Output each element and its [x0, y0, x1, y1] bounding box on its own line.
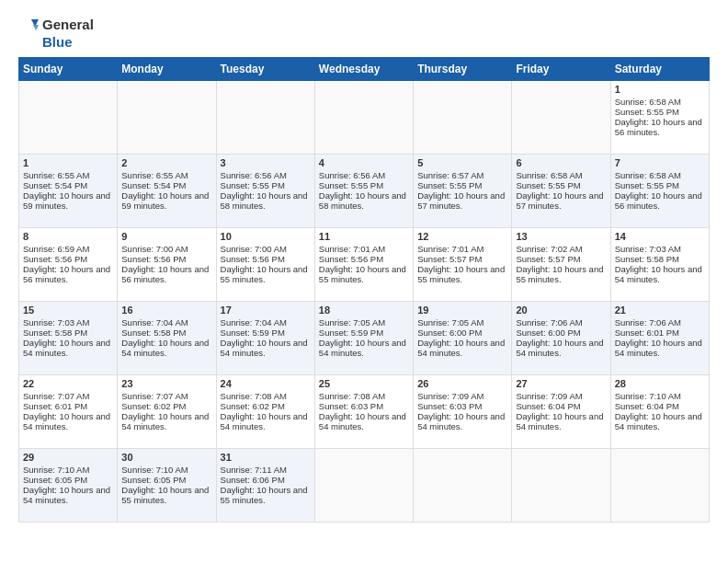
sunset: Sunset: 5:54 PM — [121, 180, 186, 190]
day-number: 19 — [417, 304, 507, 316]
day-number: 12 — [417, 231, 507, 242]
sunset: Sunset: 6:00 PM — [417, 327, 482, 338]
day-number: 4 — [319, 157, 409, 168]
sunset: Sunset: 6:03 PM — [417, 401, 482, 411]
calendar-cell: 18Sunrise: 7:05 AMSunset: 5:59 PMDayligh… — [314, 301, 413, 374]
week-row-3: 15Sunrise: 7:03 AMSunset: 5:58 PMDayligh… — [19, 301, 710, 374]
day-number: 24 — [221, 378, 311, 389]
calendar-cell: 11Sunrise: 7:01 AMSunset: 5:56 PMDayligh… — [314, 227, 413, 301]
calendar-cell: 30Sunrise: 7:10 AMSunset: 6:05 PMDayligh… — [118, 448, 216, 522]
day-number: 29 — [23, 452, 113, 463]
calendar-cell: 29Sunrise: 7:10 AMSunset: 6:05 PMDayligh… — [19, 448, 118, 522]
daylight: Daylight: 10 hours and 55 minutes. — [516, 264, 603, 284]
week-row-4: 22Sunrise: 7:07 AMSunset: 6:01 PMDayligh… — [19, 374, 710, 448]
calendar-cell — [512, 80, 610, 154]
sunrise: Sunrise: 7:10 AM — [615, 391, 681, 401]
day-number: 7 — [615, 157, 705, 168]
day-number: 6 — [516, 157, 606, 168]
calendar-cell — [19, 80, 118, 154]
calendar-cell: 22Sunrise: 7:07 AMSunset: 6:01 PMDayligh… — [19, 374, 118, 448]
daylight: Daylight: 10 hours and 54 minutes. — [615, 338, 702, 358]
sunrise: Sunrise: 7:08 AM — [221, 391, 287, 401]
daylight: Daylight: 10 hours and 54 minutes. — [221, 411, 308, 431]
sunrise: Sunrise: 7:04 AM — [121, 317, 188, 327]
col-header-wednesday: Wednesday — [314, 57, 413, 80]
calendar-cell: 21Sunrise: 7:06 AMSunset: 6:01 PMDayligh… — [610, 301, 709, 374]
daylight: Daylight: 10 hours and 54 minutes. — [319, 411, 406, 431]
calendar-cell: 15Sunrise: 7:03 AMSunset: 5:58 PMDayligh… — [19, 301, 118, 374]
daylight: Daylight: 10 hours and 54 minutes. — [516, 411, 603, 431]
sunset: Sunset: 5:59 PM — [319, 327, 383, 338]
daylight: Daylight: 10 hours and 54 minutes. — [319, 338, 406, 358]
daylight: Daylight: 10 hours and 56 minutes. — [615, 190, 702, 211]
daylight: Daylight: 10 hours and 58 minutes. — [221, 190, 308, 211]
calendar-cell: 25Sunrise: 7:08 AMSunset: 6:03 PMDayligh… — [314, 374, 413, 448]
day-number: 1 — [615, 84, 705, 95]
calendar-cell: 2Sunrise: 6:55 AMSunset: 5:54 PMDaylight… — [118, 154, 216, 227]
daylight: Daylight: 10 hours and 55 minutes. — [319, 264, 406, 284]
sunset: Sunset: 5:56 PM — [221, 254, 285, 264]
calendar-cell — [216, 80, 314, 154]
calendar-cell: 28Sunrise: 7:10 AMSunset: 6:04 PMDayligh… — [610, 374, 709, 448]
calendar-cell: 23Sunrise: 7:07 AMSunset: 6:02 PMDayligh… — [118, 374, 216, 448]
day-number: 28 — [615, 378, 705, 389]
daylight: Daylight: 10 hours and 56 minutes. — [615, 117, 702, 137]
day-number: 20 — [516, 304, 606, 316]
sunset: Sunset: 5:54 PM — [23, 180, 87, 190]
daylight: Daylight: 10 hours and 54 minutes. — [417, 338, 505, 358]
daylight: Daylight: 10 hours and 57 minutes. — [417, 190, 505, 211]
calendar-cell: 26Sunrise: 7:09 AMSunset: 6:03 PMDayligh… — [414, 374, 512, 448]
calendar-cell: 24Sunrise: 7:08 AMSunset: 6:02 PMDayligh… — [216, 374, 314, 448]
sunset: Sunset: 5:56 PM — [23, 254, 87, 264]
logo-line2: Blue — [42, 34, 94, 52]
day-number: 13 — [516, 231, 606, 242]
week-row-5: 29Sunrise: 7:10 AMSunset: 6:05 PMDayligh… — [19, 448, 710, 522]
sunrise: Sunrise: 6:58 AM — [516, 170, 582, 180]
day-number: 30 — [121, 452, 211, 463]
day-number: 11 — [319, 231, 409, 242]
sunrise: Sunrise: 6:56 AM — [319, 170, 385, 180]
sunrise: Sunrise: 7:00 AM — [121, 244, 188, 254]
sunrise: Sunrise: 7:02 AM — [516, 244, 582, 254]
header: General Blue — [18, 17, 710, 52]
sunset: Sunset: 5:55 PM — [319, 180, 383, 190]
week-row-0: 1Sunrise: 6:58 AMSunset: 5:55 PMDaylight… — [19, 80, 710, 154]
day-number: 26 — [417, 378, 507, 389]
week-row-2: 8Sunrise: 6:59 AMSunset: 5:56 PMDaylight… — [19, 227, 710, 301]
sunset: Sunset: 6:01 PM — [23, 401, 87, 411]
day-number: 1 — [23, 157, 113, 168]
daylight: Daylight: 10 hours and 55 minutes. — [417, 264, 505, 284]
calendar-cell: 4Sunrise: 6:56 AMSunset: 5:55 PMDaylight… — [314, 154, 413, 227]
col-header-friday: Friday — [512, 57, 610, 80]
day-number: 15 — [23, 304, 113, 316]
calendar-cell: 20Sunrise: 7:06 AMSunset: 6:00 PMDayligh… — [512, 301, 610, 374]
calendar-cell — [118, 80, 216, 154]
sunrise: Sunrise: 7:11 AM — [221, 465, 287, 475]
calendar-cell — [414, 80, 512, 154]
daylight: Daylight: 10 hours and 56 minutes. — [23, 264, 110, 284]
sunset: Sunset: 6:02 PM — [221, 401, 285, 411]
daylight: Daylight: 10 hours and 56 minutes. — [121, 264, 209, 284]
sunset: Sunset: 5:58 PM — [615, 254, 679, 264]
sunset: Sunset: 6:05 PM — [23, 475, 87, 485]
sunrise: Sunrise: 7:01 AM — [319, 244, 385, 254]
col-header-tuesday: Tuesday — [216, 57, 314, 80]
day-number: 18 — [319, 304, 409, 316]
sunset: Sunset: 6:03 PM — [319, 401, 383, 411]
day-number: 27 — [516, 378, 606, 389]
sunrise: Sunrise: 6:58 AM — [615, 170, 681, 180]
calendar-cell: 19Sunrise: 7:05 AMSunset: 6:00 PMDayligh… — [414, 301, 512, 374]
calendar-cell: 1Sunrise: 6:58 AMSunset: 5:55 PMDaylight… — [610, 80, 709, 154]
daylight: Daylight: 10 hours and 54 minutes. — [121, 411, 209, 431]
daylight: Daylight: 10 hours and 59 minutes. — [121, 190, 209, 211]
sunrise: Sunrise: 7:09 AM — [516, 391, 582, 401]
day-number: 10 — [221, 231, 311, 242]
sunrise: Sunrise: 6:58 AM — [615, 97, 681, 107]
calendar-cell: 9Sunrise: 7:00 AMSunset: 5:56 PMDaylight… — [118, 227, 216, 301]
calendar-cell — [610, 448, 709, 522]
sunset: Sunset: 6:05 PM — [121, 475, 186, 485]
daylight: Daylight: 10 hours and 58 minutes. — [319, 190, 406, 211]
sunrise: Sunrise: 7:04 AM — [221, 317, 287, 327]
sunrise: Sunrise: 7:03 AM — [615, 244, 681, 254]
calendar-cell: 12Sunrise: 7:01 AMSunset: 5:57 PMDayligh… — [414, 227, 512, 301]
